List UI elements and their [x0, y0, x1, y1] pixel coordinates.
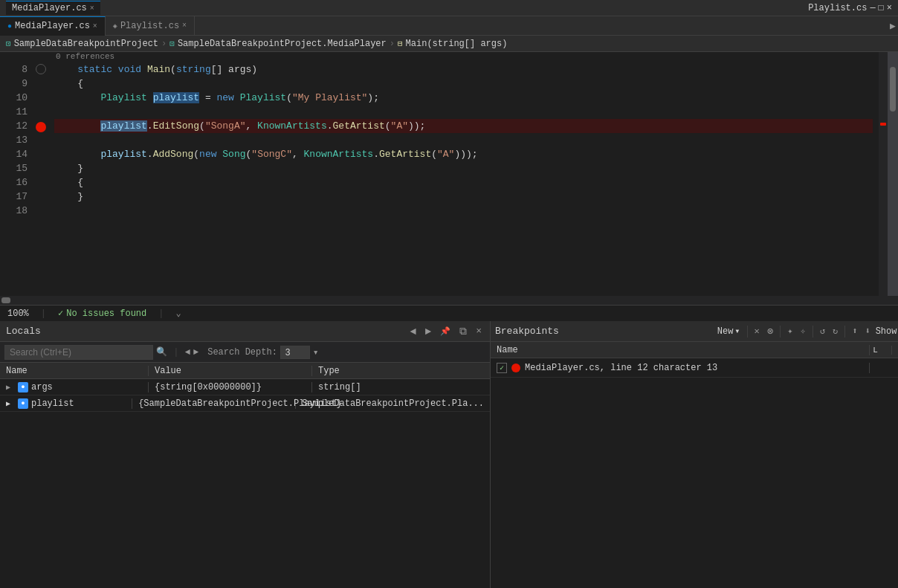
bp-empty-area [491, 378, 898, 588]
editor-tab-playlist-label: Playlist.cs [120, 21, 179, 31]
title-tab-mediaplayer-label: MediaPlayer.cs [12, 3, 87, 13]
code-line-16: { [54, 175, 873, 190]
bp-row-1[interactable]: ✓ MediaPlayer.cs, line 12 character 13 b… [491, 358, 898, 378]
var-icon-playlist: ● [18, 398, 28, 409]
editor-scrollbar-thumb[interactable] [890, 67, 896, 112]
editor-tab-playlist-close[interactable]: × [182, 22, 187, 30]
col-header-value: Value [149, 366, 312, 376]
editor-hscrollbar-thumb[interactable] [1, 297, 10, 303]
title-tab-mediaplayer-close[interactable]: × [90, 4, 94, 13]
window-close[interactable]: × [887, 3, 892, 13]
show-columns-button[interactable]: Show Columns ▾ [876, 326, 898, 337]
locals-table-header: Name Value Type [0, 363, 490, 379]
locals-row-playlist-value: {SampleDataBreakpointProject.Playlist} [132, 398, 296, 409]
editor-scroll-right[interactable]: ▶ [888, 20, 898, 32]
locals-search-prev[interactable]: ◄ [185, 347, 190, 358]
new-breakpoint-button[interactable]: New ▾ [715, 326, 743, 337]
enable-breakpoints-button[interactable]: ✦ [785, 326, 795, 337]
zoom-level[interactable]: 100% [7, 308, 29, 319]
breadcrumb-method[interactable]: Main(string[] args) [406, 39, 508, 49]
delete-all-breakpoints-button[interactable]: ⊗ [765, 325, 775, 337]
expand-playlist[interactable]: ▶ [6, 399, 15, 408]
col-header-type: Type [312, 366, 490, 376]
editor-tab-mediaplayer[interactable]: ● MediaPlayer.cs × [0, 16, 106, 36]
locals-search-input[interactable] [4, 345, 153, 360]
breadcrumb-icon: ⊡ [6, 39, 11, 48]
export-button[interactable]: ⬆ [850, 326, 859, 337]
editor-scrollbar[interactable] [888, 52, 898, 296]
bp-row-1-label: MediaPlayer.cs, line 12 character 13 [525, 363, 717, 373]
locals-pin-button[interactable]: 📌 [438, 326, 453, 336]
title-bar-tabs: MediaPlayer.cs × [6, 1, 100, 15]
window-minimize[interactable]: — [870, 3, 875, 13]
locals-panel-header: Locals ◄ ► 📌 ⧉ × [0, 321, 490, 342]
minimap-breakpoint [880, 123, 886, 126]
editor-hscrollbar[interactable] [0, 296, 898, 305]
go-to-source-button[interactable]: ↻ [830, 326, 840, 337]
line-numbers: 8 9 10 11 12 13 14 15 16 17 18 [0, 52, 33, 296]
new-dropdown-icon[interactable]: ▾ [734, 326, 740, 337]
bp-row-1-name: ✓ MediaPlayer.cs, line 12 character 13 [491, 363, 870, 373]
bp-dot-1 [511, 364, 520, 372]
code-line-12: playlist.EditSong("SongA", KnownArtists.… [54, 119, 873, 133]
disable-breakpoints-button[interactable]: ✧ [798, 326, 807, 337]
breadcrumb-icon3: ⊟ [398, 39, 403, 48]
breadcrumb-project[interactable]: SampleDataBreakpointProject [14, 39, 158, 49]
locals-nav-forward[interactable]: ► [423, 326, 433, 337]
toolbar-sep-1 [747, 326, 748, 337]
gutter-row-13 [33, 135, 48, 149]
panels-row: Locals ◄ ► 📌 ⧉ × 🔍 | ◄ ► Search Depth: ▾… [0, 321, 898, 588]
bp-table-header: Name L Hit Count Count [491, 342, 898, 358]
title-tab-mediaplayer[interactable]: MediaPlayer.cs × [6, 1, 100, 15]
locals-search-icon[interactable]: 🔍 [156, 346, 167, 358]
gutter-row-18 [33, 205, 48, 219]
bp-col-header-l: L [870, 346, 892, 355]
var-icon-args: ● [18, 382, 28, 392]
locals-close-button[interactable]: × [474, 326, 484, 337]
breakpoints-panel: Breakpoints New ▾ ✕ ⊗ ✦ ✧ ↺ ↻ ⬆ ⬇ Show C… [491, 321, 898, 588]
refresh-button[interactable]: ↺ [818, 326, 827, 337]
locals-search-next[interactable]: ► [193, 347, 198, 358]
code-line-13 [54, 133, 873, 147]
bp-checkbox-1[interactable]: ✓ [497, 363, 507, 373]
gutter-row-10 [33, 92, 48, 106]
status-check-dropdown[interactable]: ⌄ [175, 308, 181, 319]
code-line-9: { [54, 77, 873, 91]
editor-tab-mediaplayer-close[interactable]: × [93, 22, 97, 30]
window-maximize[interactable]: □ [879, 3, 884, 13]
gutter-row-12 [33, 120, 48, 135]
locals-row-args-type: string[] [312, 382, 490, 392]
toolbar-sep-4 [844, 326, 845, 337]
title-bar: MediaPlayer.cs × Playlist.cs — □ × [0, 0, 898, 16]
locals-row-playlist[interactable]: ▶ ● playlist {SampleDataBreakpointProjec… [0, 395, 490, 412]
import-button[interactable]: ⬇ [862, 326, 872, 337]
expand-args[interactable]: ▶ [6, 383, 15, 392]
refs-hint: 0 references [54, 52, 873, 62]
locals-table: Name Value Type ▶ ● args {string[0x00000… [0, 363, 490, 588]
editor-tab-playlist[interactable]: ◈ Playlist.cs × [106, 16, 195, 36]
locals-panel-title: Locals [6, 326, 403, 337]
code-line-17: } [54, 190, 873, 204]
search-depth-label: Search Depth: [207, 347, 277, 358]
gutter-row-11 [33, 106, 48, 120]
code-content[interactable]: 0 references static void Main(string[] a… [48, 52, 879, 296]
locals-row-args[interactable]: ▶ ● args {string[0x00000000]} string[] [0, 379, 490, 395]
gutter-row-15 [33, 163, 48, 177]
code-line-8: static void Main(string[] args) [54, 62, 873, 77]
gutter-row-9 [33, 78, 48, 92]
breadcrumb: ⊡ SampleDataBreakpointProject › ⊡ Sample… [0, 36, 898, 52]
code-line-15: } [54, 161, 873, 175]
bp-row-1-hitcount: break alwa... [892, 358, 898, 378]
locals-float-button[interactable]: ⧉ [457, 326, 469, 337]
depth-dropdown[interactable]: ▾ [313, 346, 319, 358]
search-depth-input[interactable] [280, 346, 310, 359]
delete-breakpoint-button[interactable]: ✕ [752, 326, 762, 337]
code-line-14: playlist.AddSong(new Song("SongC", Known… [54, 147, 873, 161]
breakpoints-panel-title: Breakpoints [495, 326, 703, 337]
locals-row-playlist-type: SampleDataBreakpointProject.Pla... [296, 398, 490, 409]
editor-tab-mediaplayer-label: MediaPlayer.cs [15, 21, 90, 31]
locals-nav-back[interactable]: ◄ [407, 326, 418, 337]
breadcrumb-class[interactable]: SampleDataBreakpointProject.MediaPlayer [178, 39, 387, 49]
gutter-row-14 [33, 149, 48, 163]
gutter-row-8 [33, 64, 48, 78]
